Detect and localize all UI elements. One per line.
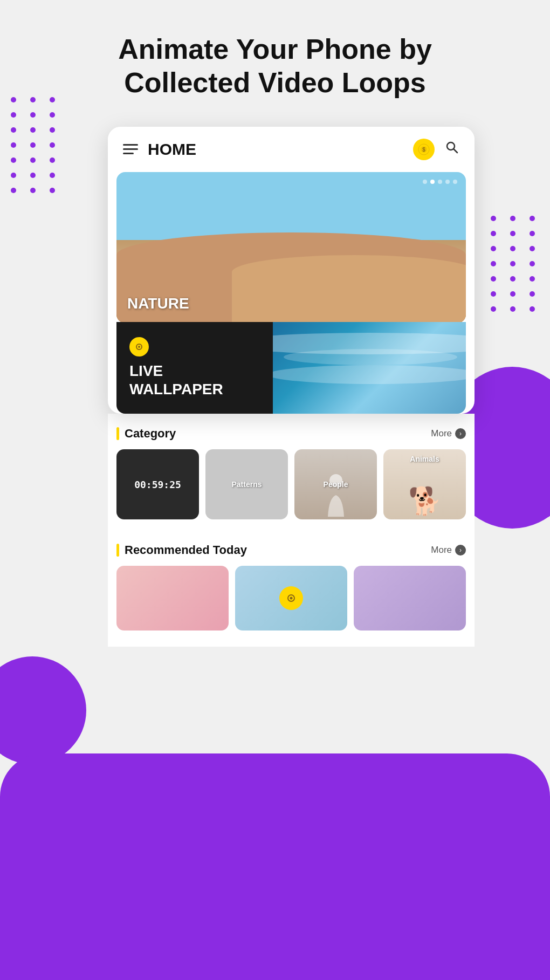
carousel-dots (423, 180, 457, 184)
live-wallpaper-section[interactable]: LIVE WALLPAPER (116, 322, 466, 414)
category-item-animals[interactable]: 🐕 Animals (383, 449, 466, 519)
recommended-item-blue[interactable] (235, 566, 347, 631)
live-wallpaper-left: LIVE WALLPAPER (116, 322, 273, 414)
hero-banner[interactable]: NATURE (116, 172, 466, 323)
header-icons: $ (413, 139, 459, 160)
recommended-item-pink[interactable] (116, 566, 229, 631)
svg-point-11 (290, 597, 293, 599)
svg-line-4 (454, 149, 458, 153)
live-wallpaper-icon (129, 337, 149, 357)
timer-display: 00:59:25 (134, 478, 181, 490)
recommended-more-label: More (431, 545, 452, 556)
recommended-section-header: Recommended Today More › (116, 530, 466, 566)
headline-line1: Animate Your Phone by (118, 33, 432, 65)
hamburger-line (123, 144, 138, 146)
hamburger-line (123, 148, 138, 150)
svg-point-7 (138, 346, 140, 348)
carousel-dot (438, 180, 442, 184)
more-circle-icon: › (455, 545, 466, 556)
page-content: Animate Your Phone by Collected Video Lo… (0, 0, 550, 647)
category-item-patterns[interactable]: Patterns (205, 449, 288, 519)
category-grid: 00:59:25 Patterns People 🐕 Animals (116, 449, 466, 519)
svg-text:$: $ (422, 147, 425, 153)
headline-line2: Collected Video Loops (124, 67, 426, 98)
more-circle-icon: › (455, 428, 466, 439)
carousel-dot (423, 180, 427, 184)
purple-bottom-bar (0, 753, 550, 980)
wave-layer-3 (273, 365, 466, 384)
category-item-timer[interactable]: 00:59:25 (116, 449, 199, 519)
app-header: HOME $ (108, 127, 475, 172)
category-title: Category (116, 427, 176, 441)
app-mockup-card: HOME $ (108, 127, 475, 414)
wave-layer-2 (284, 349, 457, 365)
person-silhouette (322, 471, 349, 519)
hero-label: NATURE (127, 295, 189, 312)
patterns-label: Patterns (231, 480, 262, 489)
recommended-title: Recommended Today (116, 543, 247, 557)
people-label: People (324, 480, 348, 489)
rec-badge-icon (279, 586, 303, 610)
purple-blob-bottom (0, 656, 86, 764)
section-accent-bar (116, 544, 119, 557)
hamburger-menu-icon[interactable] (123, 144, 138, 154)
search-icon[interactable] (444, 140, 459, 159)
recommended-item-purple[interactable] (354, 566, 466, 631)
recommended-grid (116, 566, 466, 631)
carousel-dot (453, 180, 457, 184)
live-text-line1: LIVE (129, 362, 163, 379)
carousel-dot-active (430, 180, 435, 184)
animal-emoji-icon: 🐕 (408, 485, 442, 517)
hamburger-line (123, 153, 134, 154)
animals-label: Animals (410, 455, 439, 463)
category-more-button[interactable]: More › (431, 428, 466, 439)
page-headline: Animate Your Phone by Collected Video Lo… (86, 32, 464, 100)
live-text-line2: WALLPAPER (129, 381, 223, 398)
category-more-label: More (431, 428, 452, 439)
coin-icon[interactable]: $ (413, 139, 435, 160)
recommended-more-button[interactable]: More › (431, 545, 466, 556)
category-section-header: Category More › (116, 414, 466, 449)
category-item-people[interactable]: People (294, 449, 377, 519)
section-accent-bar (116, 427, 119, 440)
carousel-dot (445, 180, 450, 184)
live-wallpaper-right (273, 322, 466, 414)
recommended-label: Recommended Today (125, 543, 247, 557)
app-title: HOME (148, 140, 413, 159)
live-wallpaper-text: LIVE WALLPAPER (129, 362, 260, 398)
below-section: Category More › 00:59:25 Patterns (108, 414, 475, 647)
category-label: Category (125, 427, 176, 441)
dune-layer-2 (232, 255, 466, 323)
